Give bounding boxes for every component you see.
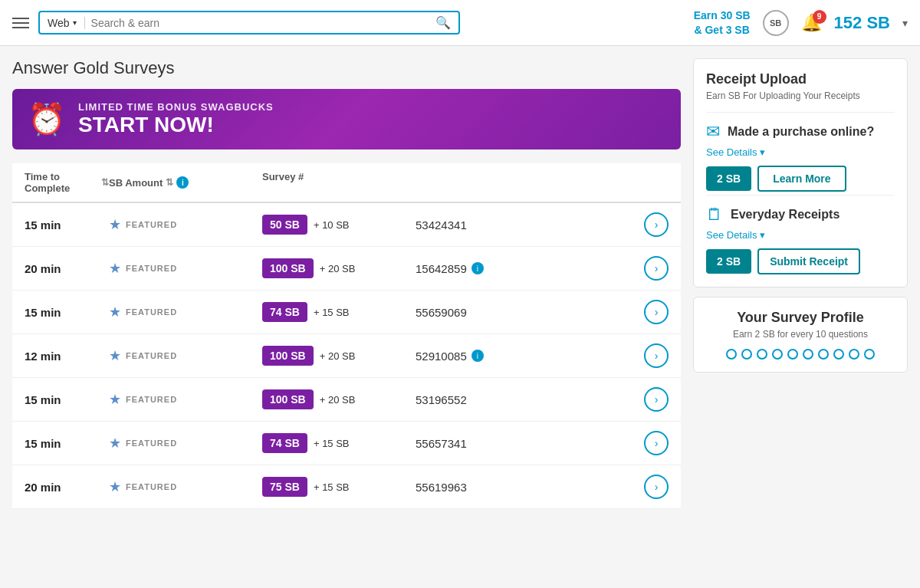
web-label: Web <box>48 17 70 29</box>
row-featured: ★ FEATURED <box>109 435 262 452</box>
search-icon[interactable]: 🔍 <box>435 15 451 30</box>
made-purchase-title: Made a purchase online? <box>728 125 874 139</box>
star-icon: ★ <box>109 391 121 408</box>
web-dropdown[interactable]: Web ▾ <box>48 17 85 29</box>
row-sb-info: 100 SB + 20 SB <box>262 389 416 409</box>
table-row: 15 min ★ FEATURED 100 SB + 20 SB 5319655… <box>12 378 681 422</box>
receipt-upload-title: Receipt Upload <box>706 71 895 87</box>
profile-dot <box>741 349 752 360</box>
row-time: 12 min <box>25 350 109 363</box>
everyday-receipts-see-details[interactable]: See Details ▾ <box>706 229 895 241</box>
receipt-doc-icon: 🗒 <box>706 205 723 225</box>
col-survey-header: Survey # <box>262 171 669 194</box>
row-arrow[interactable]: › <box>644 343 669 368</box>
hamburger-menu[interactable] <box>12 18 29 28</box>
everyday-receipts-header: 🗒 Everyday Receipts <box>706 205 895 225</box>
profile-dots <box>706 349 895 360</box>
row-featured: ★ FEATURED <box>109 260 262 277</box>
table-row: 12 min ★ FEATURED 100 SB + 20 SB 5291008… <box>12 334 681 378</box>
row-featured: ★ FEATURED <box>109 347 262 364</box>
notification-bell[interactable]: 🔔 9 <box>801 13 822 33</box>
banner-text: LIMITED TIME BONUS SWAGBUCKS START NOW! <box>78 101 274 137</box>
row-survey-number: 55659069 <box>416 306 644 319</box>
sort-arrow-time: ⇅ <box>101 177 109 188</box>
row-featured: ★ FEATURED <box>109 216 262 233</box>
balance-dropdown-icon[interactable]: ▾ <box>902 17 908 29</box>
survey-list: 15 min ★ FEATURED 50 SB + 10 SB 53424341… <box>12 203 681 509</box>
everyday-receipts-actions: 2 SB Submit Receipt <box>706 248 895 274</box>
sb-badge: 50 SB <box>262 215 307 235</box>
header-right: Earn 30 SB & Get 3 SB SB 🔔 9 152 SB ▾ <box>694 8 908 36</box>
survey-profile-card: Your Survey Profile Earn 2 SB for every … <box>693 297 908 373</box>
col-sb-header[interactable]: SB Amount ⇅ i <box>109 171 262 194</box>
learn-more-button[interactable]: Learn More <box>757 166 846 192</box>
circle-arrow-button[interactable]: › <box>644 387 669 412</box>
table-row: 15 min ★ FEATURED 74 SB + 15 SB 55657341… <box>12 422 681 465</box>
sb-circle-icon[interactable]: SB <box>763 10 789 36</box>
sb-balance: 152 SB <box>834 13 890 33</box>
row-arrow[interactable]: › <box>644 256 669 281</box>
chevron-down-icon: ▾ <box>760 146 765 158</box>
profile-dot <box>787 349 798 360</box>
made-purchase-see-details[interactable]: See Details ▾ <box>706 146 895 158</box>
receipt-upload-card: Receipt Upload Earn SB For Uploading You… <box>693 58 908 287</box>
profile-dot <box>726 349 737 360</box>
featured-label: FEATURED <box>126 351 177 360</box>
sb-badge: 75 SB <box>262 477 307 497</box>
row-arrow[interactable]: › <box>644 475 669 499</box>
chevron-down-icon: ▾ <box>73 18 77 27</box>
row-sb-info: 74 SB + 15 SB <box>262 433 416 453</box>
row-survey-number: 15642859 i <box>416 262 644 275</box>
promo-banner[interactable]: ⏰ LIMITED TIME BONUS SWAGBUCKS START NOW… <box>12 89 681 149</box>
featured-label: FEATURED <box>126 482 177 491</box>
row-arrow[interactable]: › <box>644 212 669 237</box>
row-sb-info: 74 SB + 15 SB <box>262 302 416 322</box>
sb-badge: 100 SB <box>262 389 314 409</box>
row-arrow[interactable]: › <box>644 387 669 412</box>
profile-dot <box>757 349 767 360</box>
featured-label: FEATURED <box>126 395 177 404</box>
circle-arrow-button[interactable]: › <box>644 212 669 237</box>
row-sb-info: 50 SB + 10 SB <box>262 215 416 235</box>
profile-dot <box>772 349 783 360</box>
circle-arrow-button[interactable]: › <box>644 431 669 455</box>
featured-label: FEATURED <box>126 307 177 317</box>
made-purchase-actions: 2 SB Learn More <box>706 166 895 192</box>
sb-plus: + 10 SB <box>314 219 350 231</box>
col-time-header[interactable]: Time to Complete ⇅ <box>25 171 109 194</box>
sb-plus: + 15 SB <box>314 481 350 493</box>
receipt-upload-sub: Earn SB For Uploading Your Receipts <box>706 90 895 101</box>
row-sb-info: 75 SB + 15 SB <box>262 477 416 497</box>
circle-arrow-button[interactable]: › <box>644 343 669 368</box>
row-sb-info: 100 SB + 20 SB <box>262 346 416 366</box>
profile-dot <box>818 349 829 360</box>
table-row: 15 min ★ FEATURED 50 SB + 10 SB 53424341… <box>12 203 681 247</box>
circle-arrow-button[interactable]: › <box>644 256 669 281</box>
star-icon: ★ <box>109 347 121 364</box>
row-info-icon[interactable]: i <box>472 262 484 274</box>
sb-plus: + 20 SB <box>320 263 356 274</box>
circle-arrow-button[interactable]: › <box>644 475 669 499</box>
row-survey-number: 53196552 <box>416 393 644 406</box>
search-bar: Web ▾ 🔍 <box>38 11 460 34</box>
row-featured: ★ FEATURED <box>109 304 262 320</box>
row-time: 15 min <box>25 393 109 406</box>
row-time: 15 min <box>25 437 109 450</box>
sb-info-icon[interactable]: i <box>176 176 189 189</box>
submit-receipt-button[interactable]: Submit Receipt <box>757 248 860 274</box>
sb-badge: 100 SB <box>262 258 314 278</box>
circle-arrow-button[interactable]: › <box>644 300 669 324</box>
search-input[interactable] <box>91 17 435 29</box>
row-time: 15 min <box>25 306 109 319</box>
row-arrow[interactable]: › <box>644 300 669 324</box>
banner-subtitle: LIMITED TIME BONUS SWAGBUCKS <box>78 101 274 113</box>
row-survey-number: 55657341 <box>416 437 644 450</box>
row-featured: ★ FEATURED <box>109 391 262 408</box>
sb-plus: + 15 SB <box>314 307 350 318</box>
row-arrow[interactable]: › <box>644 431 669 455</box>
table-header: Time to Complete ⇅ SB Amount ⇅ i Survey … <box>12 163 681 203</box>
notification-badge: 9 <box>813 10 826 24</box>
sb-plus: + 15 SB <box>314 438 350 449</box>
clock-icon: ⏰ <box>28 101 66 137</box>
row-info-icon[interactable]: i <box>472 350 484 362</box>
